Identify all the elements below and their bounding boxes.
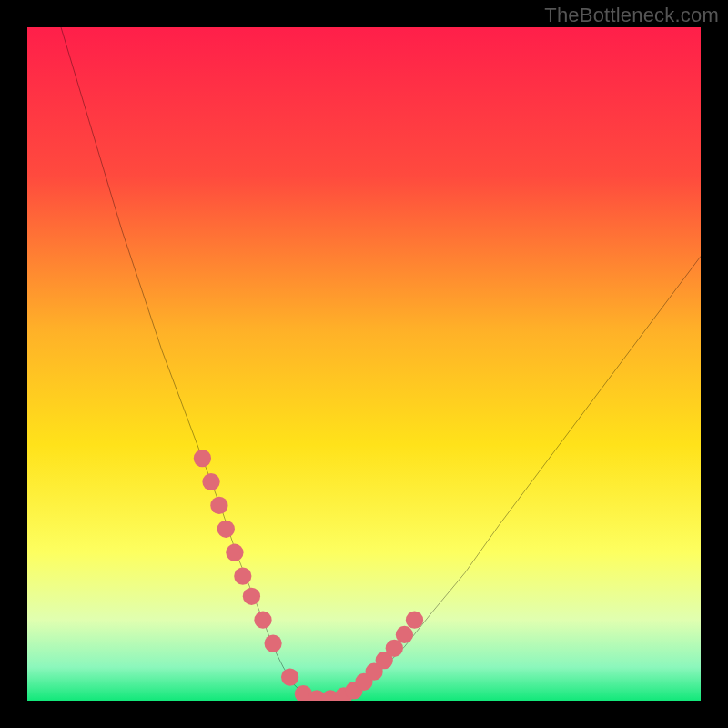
watermark-text: TheBottleneck.com bbox=[544, 4, 719, 27]
svg-rect-0 bbox=[27, 27, 701, 701]
background-gradient bbox=[27, 27, 701, 701]
chart-frame: TheBottleneck.com bbox=[0, 0, 728, 728]
plot-area bbox=[27, 27, 701, 701]
